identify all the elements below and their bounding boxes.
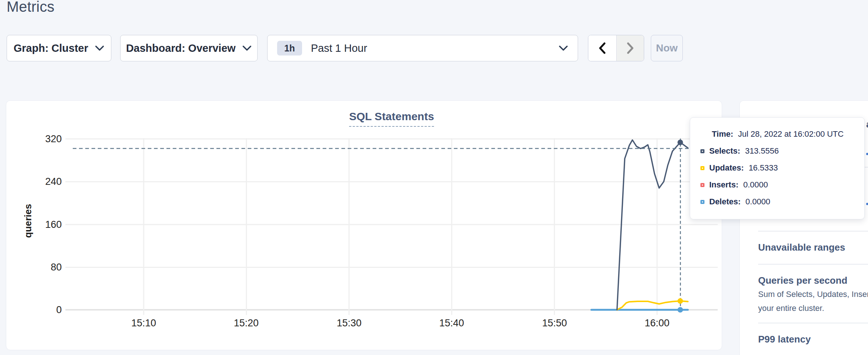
graph-scope-dropdown-label: Graph: Cluster: [14, 42, 88, 54]
sidebar-desc-line: your entire cluster.: [758, 301, 824, 315]
now-button[interactable]: Now: [651, 35, 683, 61]
time-range-dropdown[interactable]: 1h Past 1 Hour: [267, 35, 578, 61]
tooltip-time-value: Jul 28, 2022 at 16:02:00 UTC: [738, 129, 843, 139]
sidebar-heading-unavailable-ranges: Unavailable ranges: [758, 242, 845, 253]
x-tick-1530: 15:30: [323, 318, 375, 329]
inserts-label: Inserts:: [709, 180, 738, 190]
selects-label: Selects:: [709, 146, 740, 156]
y-tick-320: 320: [22, 133, 62, 145]
clipped-link-fragment: [866, 203, 868, 205]
x-tick-1520: 15:20: [220, 318, 272, 329]
y-tick-0: 0: [22, 304, 62, 316]
sql-statements-chart-card: [6, 100, 722, 350]
inserts-value: 0.0000: [743, 180, 768, 190]
clipped-divider: [865, 167, 868, 168]
tooltip-series-row: Inserts: 0.0000: [700, 181, 864, 189]
updates-value: 16.5333: [749, 163, 778, 173]
divider: [758, 264, 868, 265]
x-tick-1510: 15:10: [118, 318, 169, 329]
updates-legend-swatch: [700, 166, 704, 170]
sidebar-desc-line: Sum of Selects, Updates, Inser: [758, 287, 868, 301]
chevron-down-icon: [242, 45, 252, 51]
divider: [758, 231, 868, 232]
x-tick-1550: 15:50: [529, 318, 580, 329]
divider: [758, 323, 868, 323]
time-range-label: Past 1 Hour: [311, 42, 367, 54]
chevron-down-icon: [95, 45, 104, 51]
chart-title[interactable]: SQL Statements: [349, 110, 434, 127]
chart-hover-tooltip: Time: Jul 28, 2022 at 16:02:00 UTC Selec…: [690, 117, 865, 219]
graph-scope-dropdown[interactable]: Graph: Cluster: [7, 35, 111, 61]
next-time-window-button[interactable]: [616, 35, 644, 61]
time-window-nav: [588, 35, 644, 61]
chevron-left-icon: [599, 42, 606, 54]
x-tick-1600: 16:00: [631, 318, 683, 329]
dashboard-dropdown[interactable]: Dashboard: Overview: [120, 35, 258, 61]
tooltip-series-row: Updates: 16.5333: [700, 164, 864, 172]
deletes-legend-swatch: [700, 200, 704, 204]
clipped-link-fragment: [866, 153, 868, 155]
tooltip-time-label: Time:: [712, 129, 733, 139]
chevron-down-icon: [559, 45, 568, 51]
y-tick-160: 160: [22, 219, 62, 230]
tooltip-time-row: Time: Jul 28, 2022 at 16:02:00 UTC: [712, 130, 864, 138]
selects-legend-swatch: [700, 149, 704, 153]
sidebar-heading-p99-latency: P99 latency: [758, 334, 811, 345]
prev-time-window-button[interactable]: [588, 35, 616, 61]
metrics-page: Metrics Graph: Cluster Dashboard: Overvi…: [0, 0, 868, 355]
page-title: Metrics: [7, 0, 54, 15]
y-tick-80: 80: [22, 261, 62, 273]
updates-label: Updates:: [709, 163, 744, 173]
sidebar-heading-queries-per-second: Queries per second: [758, 275, 847, 286]
clipped-heading-fragment: a: [866, 119, 868, 130]
time-range-badge: 1h: [277, 41, 302, 55]
inserts-legend-swatch: [700, 183, 704, 187]
y-tick-240: 240: [22, 176, 62, 187]
x-tick-1540: 15:40: [426, 318, 477, 329]
deletes-value: 0.0000: [746, 197, 770, 207]
dashboard-dropdown-label: Dashboard: Overview: [126, 42, 236, 54]
deletes-label: Deletes:: [709, 197, 741, 207]
tooltip-series-row: Selects: 313.5556: [700, 147, 864, 155]
chevron-right-icon: [627, 42, 634, 54]
tooltip-series-row: Deletes: 0.0000: [700, 198, 864, 206]
chart-title-wrap: SQL Statements: [65, 110, 718, 127]
selects-value: 313.5556: [745, 146, 779, 156]
